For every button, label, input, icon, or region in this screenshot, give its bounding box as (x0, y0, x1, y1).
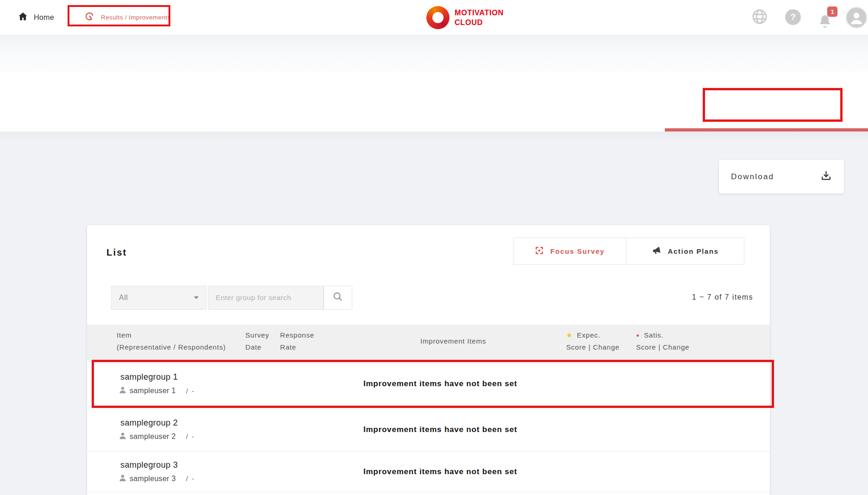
download-icon (820, 170, 832, 183)
help-icon[interactable]: ? (785, 9, 801, 25)
col-improvement-items: Improvement Items (420, 337, 486, 345)
dot-icon: ● (636, 332, 640, 338)
megaphone-icon (651, 245, 661, 257)
table-row[interactable]: samplegroup 1 sampleuser 1 / - Improveme… (87, 360, 770, 408)
next-row-edge (87, 492, 770, 495)
col-response-rate: Response (280, 331, 314, 339)
user-name: sampleuser 3 (130, 475, 176, 483)
home-icon (18, 11, 28, 24)
active-tab-underline (665, 128, 868, 132)
group-filter-value: All (119, 294, 128, 302)
brand-logo: MOTIVATION CLOUD (426, 6, 506, 29)
nav-results-improvements-label: Results / Improvements (101, 14, 171, 21)
focus-survey-label: Focus Survey (550, 247, 605, 255)
col-satis: ●Satis. (636, 331, 663, 339)
download-button[interactable]: Download (719, 160, 844, 194)
page: Home Results / Improvements MOTIVATION C… (0, 0, 868, 495)
focus-survey-button[interactable]: Focus Survey (513, 238, 626, 264)
top-navbar: Home Results / Improvements MOTIVATION C… (0, 0, 868, 35)
improvement-status: Improvement items have not been set (363, 425, 517, 434)
group-name: samplegroup 2 (120, 418, 195, 428)
logo-mark-icon (426, 6, 450, 29)
gauge-icon (85, 12, 94, 23)
table-header: Item (Representative / Respondents) Surv… (87, 325, 770, 360)
user-name: sampleuser 2 (130, 432, 176, 441)
respondents-ratio: / - (186, 432, 195, 440)
list-title: List (106, 247, 127, 258)
home-label: Home (34, 13, 54, 22)
chevron-down-icon (194, 296, 199, 299)
user-icon (119, 386, 126, 395)
col-expec: ★Expec. (566, 331, 600, 339)
col-survey-date: Survey (245, 331, 269, 339)
col-item: Item (117, 331, 131, 339)
notification-badge: 1 (827, 6, 837, 17)
search-button[interactable] (324, 286, 352, 310)
table-row[interactable]: samplegroup 2 sampleuser 2 / - Improveme… (87, 408, 770, 451)
home-link[interactable]: Home (18, 0, 54, 35)
items-count: 1 ~ 7 of 7 items (692, 293, 753, 301)
respondents-ratio: / - (186, 387, 195, 395)
list-actions: Focus Survey Action Plans (513, 238, 744, 265)
improvement-status: Improvement items have not been set (363, 467, 517, 476)
group-name: samplegroup 3 (120, 460, 195, 470)
logo-text: MOTIVATION CLOUD (455, 8, 504, 27)
action-plans-button[interactable]: Action Plans (626, 238, 744, 264)
list-card: List Focus Survey Action Plans All (87, 225, 770, 495)
star-icon: ★ (566, 331, 573, 339)
search-icon (332, 291, 343, 304)
download-label: Download (731, 172, 774, 182)
improvement-status: Improvement items have not been set (363, 379, 517, 388)
user-name: sampleuser 1 (130, 387, 176, 395)
user-icon (119, 474, 126, 483)
group-filter-select[interactable]: All (111, 286, 206, 310)
breadcrumb-band: All Organizations/Attributes (0, 35, 868, 72)
user-icon (119, 432, 126, 441)
search-input[interactable] (208, 286, 324, 310)
focus-icon (535, 246, 544, 257)
respondents-ratio: / - (186, 475, 195, 482)
action-plans-label: Action Plans (668, 247, 718, 255)
table-body: samplegroup 1 sampleuser 1 / - Improveme… (87, 360, 770, 495)
group-name: samplegroup 1 (120, 372, 195, 382)
nav-results-improvements[interactable]: Results / Improvements (85, 0, 171, 35)
globe-icon[interactable] (751, 8, 768, 27)
table-row[interactable]: samplegroup 3 sampleuser 3 / - Improveme… (87, 451, 770, 492)
avatar[interactable] (846, 7, 867, 28)
survey-selector-bar: 2020/12/24 [latest] Results Improvements (0, 72, 868, 132)
